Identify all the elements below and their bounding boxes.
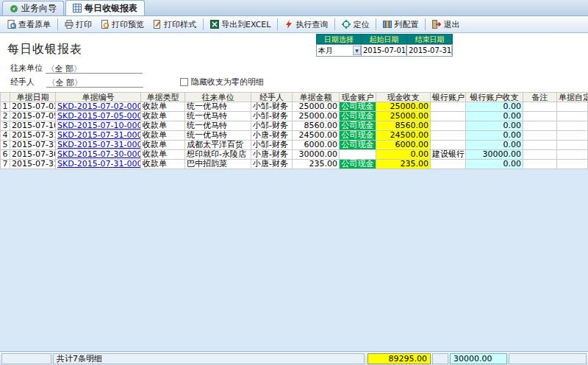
cell-handler[interactable]: 小唐-财务 (251, 160, 293, 169)
cell-bank[interactable]: 0.00 (466, 102, 523, 112)
cell-cash_acct[interactable]: 公司现金 (340, 141, 376, 150)
cell-bank[interactable]: 0.00 (466, 112, 523, 121)
table-row[interactable]: 52015-07-31SKD-2015-07-31-0003收款单成都太平洋百货… (0, 141, 588, 150)
cell-handler[interactable]: 小邹-财务 (251, 121, 293, 131)
cell-bank[interactable]: 0.00 (466, 121, 523, 131)
column-header[interactable]: 单据类型 (141, 92, 185, 102)
document-link[interactable]: SKD-2015-07-10-0001 (57, 121, 141, 130)
cell-n[interactable]: 3 (0, 121, 10, 131)
cell-unit[interactable]: 巴中招韵菜 (185, 160, 251, 169)
cell-note[interactable] (523, 131, 557, 141)
cell-cash[interactable]: 25000.00 (376, 112, 431, 121)
cell-custom[interactable] (557, 102, 588, 112)
table-row[interactable]: 22015-07-05SKD-2015-07-05-0001收款单统一优马特小邹… (0, 112, 588, 121)
cell-custom[interactable] (557, 141, 588, 150)
cell-amount[interactable]: 25000.00 (293, 102, 340, 112)
cell-bank_acct[interactable] (431, 112, 466, 121)
cell-note[interactable] (523, 112, 557, 121)
cell-amount[interactable]: 24500.00 (293, 131, 340, 141)
cell-n[interactable]: 1 (0, 102, 10, 112)
cell-handler[interactable]: 小唐-财务 (251, 150, 293, 160)
cell-unit[interactable]: 想印就印-永陵店 (185, 150, 251, 160)
cell-type[interactable]: 收款单 (141, 112, 185, 121)
cell-handler[interactable]: 小邹-财务 (251, 102, 293, 112)
cell-type[interactable]: 收款单 (141, 121, 185, 131)
cell-amount[interactable]: 8560.00 (293, 121, 340, 131)
cell-handler[interactable]: 小唐-财务 (251, 131, 293, 141)
column-header[interactable]: 单据编号 (56, 92, 141, 102)
table-row[interactable]: 12015-07-02SKD-2015-07-02-0001收款单统一优马特小邹… (0, 102, 588, 112)
cell-date[interactable]: 2015-07-02 (10, 102, 56, 112)
cell-bank[interactable]: 0.00 (466, 160, 523, 169)
cell-date[interactable]: 2015-07-10 (10, 121, 56, 131)
print-preview-button[interactable]: 打印预览 (96, 18, 148, 32)
cell-note[interactable] (523, 160, 557, 169)
handler-filter-field[interactable]: 〈全 部〉 (46, 77, 143, 88)
column-header[interactable]: 现金账户 (340, 92, 376, 102)
cell-note[interactable] (523, 150, 557, 160)
execute-query-button[interactable]: 执行查询 (280, 18, 332, 32)
cell-unit[interactable]: 统一优马特 (185, 121, 251, 131)
chevron-down-icon[interactable]: ▼ (451, 46, 453, 55)
cell-custom[interactable] (557, 131, 588, 141)
cell-no[interactable]: SKD-2015-07-31-0001 (56, 131, 141, 141)
locate-button[interactable]: 定位 (337, 18, 373, 32)
cell-cash_acct[interactable]: 公司现金 (340, 102, 376, 112)
cell-n[interactable]: 6 (0, 150, 10, 160)
cell-date[interactable]: 2015-07-31 (10, 160, 56, 169)
cell-unit[interactable]: 成都太平洋百货 (185, 141, 251, 150)
table-row[interactable]: 72015-07-31SKD-2015-07-31-0002收款单巴中招韵菜小唐… (0, 160, 588, 169)
column-header[interactable]: 单据金额 (293, 92, 340, 102)
cell-note[interactable] (523, 121, 557, 131)
cell-type[interactable]: 收款单 (141, 160, 185, 169)
cell-no[interactable]: SKD-2015-07-10-0001 (56, 121, 141, 131)
export-excel-button[interactable]: 导出到EXCEL (206, 18, 275, 32)
cell-cash_acct[interactable]: 公司现金 (340, 112, 376, 121)
cell-amount[interactable]: 235.00 (293, 160, 340, 169)
date-mode-select[interactable]: 本月▼ (316, 44, 362, 57)
cell-no[interactable]: SKD-2015-07-31-0002 (56, 160, 141, 169)
document-link[interactable]: SKD-2015-07-31-0001 (57, 131, 141, 140)
cell-bank_acct[interactable] (431, 131, 466, 141)
column-header[interactable]: 备注 (523, 92, 557, 102)
cell-date[interactable]: 2015-07-31 (10, 131, 56, 141)
cell-bank_acct[interactable] (431, 141, 466, 150)
table-row[interactable]: 32015-07-10SKD-2015-07-10-0001收款单统一优马特小邹… (0, 121, 588, 131)
document-link[interactable]: SKD-2015-07-05-0001 (57, 112, 141, 121)
cell-custom[interactable] (557, 121, 588, 131)
cell-type[interactable]: 收款单 (141, 102, 185, 112)
cell-cash_acct[interactable] (340, 150, 376, 160)
column-header[interactable]: 银行账户 (431, 92, 466, 102)
document-link[interactable]: SKD-2015-07-31-0002 (57, 160, 141, 169)
column-header[interactable]: 现金收支 (376, 92, 431, 102)
exit-button[interactable]: 退出 (428, 18, 464, 32)
tab-business-wizard[interactable]: 业务向导 (2, 1, 64, 15)
column-header[interactable]: 单据自定义编号 (557, 92, 588, 102)
cell-n[interactable]: 5 (0, 141, 10, 150)
cell-no[interactable]: SKD-2015-07-05-0001 (56, 112, 141, 121)
cell-amount[interactable]: 30000.00 (293, 150, 340, 160)
cell-custom[interactable] (557, 150, 588, 160)
cell-type[interactable]: 收款单 (141, 131, 185, 141)
hide-zero-checkbox[interactable] (180, 78, 188, 86)
cell-note[interactable] (523, 102, 557, 112)
cell-n[interactable]: 4 (0, 131, 10, 141)
cell-no[interactable]: SKD-2015-07-31-0003 (56, 141, 141, 150)
cell-note[interactable] (523, 141, 557, 150)
cell-n[interactable]: 7 (0, 160, 10, 169)
cell-bank[interactable]: 0.00 (466, 141, 523, 150)
cell-cash_acct[interactable]: 公司现金 (340, 121, 376, 131)
cell-bank[interactable]: 0.00 (466, 131, 523, 141)
cell-date[interactable]: 2015-07-05 (10, 112, 56, 121)
column-header[interactable]: 往来单位 (185, 92, 251, 102)
cell-bank[interactable]: 30000.00 (466, 150, 523, 160)
cell-cash[interactable]: 8560.00 (376, 121, 431, 131)
document-link[interactable]: SKD-2015-07-30-0002 (57, 150, 141, 159)
cell-bank_acct[interactable] (431, 160, 466, 169)
column-header[interactable]: 单据日期 (10, 92, 56, 102)
table-row[interactable]: 42015-07-31SKD-2015-07-31-0001收款单统一优马特小唐… (0, 131, 588, 141)
table-row[interactable]: 62015-07-30SKD-2015-07-30-0002收款单想印就印-永陵… (0, 150, 588, 160)
column-config-button[interactable]: 列配置 (379, 18, 423, 32)
unit-filter-field[interactable]: 〈全 部〉 (46, 63, 143, 74)
cell-cash[interactable]: 235.00 (376, 160, 431, 169)
